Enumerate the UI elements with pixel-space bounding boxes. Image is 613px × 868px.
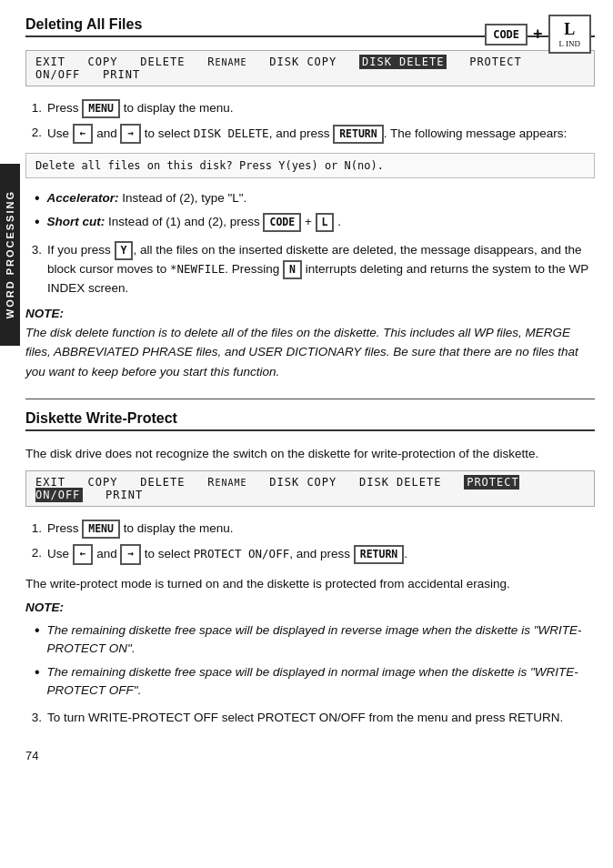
menu-key-badge: MENU [82, 99, 120, 118]
left-arrow-key: ← [73, 124, 94, 145]
right-arrow-key: → [120, 124, 141, 145]
menu-key-badge-2: MENU [82, 520, 120, 539]
l-key: L L IND [548, 15, 591, 54]
menu2-rename: RENAME [207, 476, 246, 489]
menu2-copy: COPY [88, 476, 118, 489]
menu2-print: PRINT [106, 489, 143, 501]
menu-exit: EXIT [35, 56, 65, 68]
menu-print: PRINT [103, 68, 140, 81]
menubar-1: EXIT COPY DELETE RENAME DISK COPY DISK D… [25, 50, 595, 86]
menu-copy: COPY [88, 56, 118, 68]
disk-delete-mono: DISK DELETE [194, 126, 269, 140]
bullet-accelerator: Accelerator: Instead of (2), type "L". [35, 189, 595, 207]
step-1-1: 1. Press MENU to display the menu. [25, 99, 595, 118]
main-content: Deleting All Files EXIT COPY DELETE RENA… [25, 0, 595, 762]
menu-disk-copy: DISK COPY [269, 56, 337, 68]
step-1-3: 3. If you press Y, all the files on the … [25, 241, 595, 298]
step3-list: 3. If you press Y, all the files on the … [25, 241, 595, 298]
sidebar-tab: WORD PROCESSING [0, 164, 20, 346]
prompt-box-1: Delete all files on this disk? Press Y(y… [25, 153, 595, 178]
menu2-exit: EXIT [35, 476, 65, 489]
menu2-delete: DELETE [140, 476, 185, 489]
menu-delete: DELETE [140, 56, 185, 68]
step-1-2: 2. Use ← and → to select DISK DELETE, an… [25, 124, 595, 145]
right-arrow-key-2: → [120, 544, 141, 565]
step3-list-2: 3. To turn WRITE-PROTECT OFF select PROT… [25, 709, 595, 727]
note-title-2: NOTE: [25, 601, 595, 614]
note-section-2: NOTE: The remaining diskette free space … [25, 601, 595, 700]
page-number: 74 [25, 749, 595, 762]
after-steps-text: The write-protect mode is turned on and … [25, 574, 595, 594]
protect-mono: PROTECT ON/OFF [194, 547, 289, 560]
sidebar-label: WORD PROCESSING [5, 190, 15, 318]
step-2-3: 3. To turn WRITE-PROTECT OFF select PROT… [25, 709, 595, 727]
note-title-1: NOTE: [25, 307, 595, 320]
y-key-badge: Y [115, 241, 134, 260]
key-combo-area: CODE + L L IND [485, 15, 591, 54]
n-key-badge: N [283, 260, 302, 279]
step3-text: To turn WRITE-PROTECT OFF select PROTECT… [47, 709, 563, 727]
menu-rename: RENAME [207, 56, 246, 68]
menu2-disk-copy: DISK COPY [269, 476, 337, 489]
l-key-badge-inline: L [316, 213, 335, 232]
return-key-badge: RETURN [333, 125, 384, 144]
section-divider [25, 399, 595, 399]
section2-title: Diskette Write-Protect [25, 410, 595, 431]
note-bullet-2-1: The remaining diskette free space will b… [35, 621, 595, 659]
note-section-1: NOTE: The disk delete function is to del… [25, 307, 595, 382]
steps-list-1: 1. Press MENU to display the menu. 2. Us… [25, 99, 595, 144]
code-key: CODE [485, 24, 528, 45]
plus-sign: + [533, 25, 543, 44]
step-2-1: 1. Press MENU to display the menu. [25, 520, 595, 539]
left-arrow-key-2: ← [73, 544, 94, 565]
bullet-list-1: Accelerator: Instead of (2), type "L". S… [35, 189, 595, 231]
menubar-2: EXIT COPY DELETE RENAME DISK COPY DISK D… [25, 470, 595, 507]
menu2-disk-delete: DISK DELETE [359, 476, 441, 489]
bullet-shortcut: Short cut: Instead of (1) and (2), press… [35, 213, 595, 232]
note-bullet-2-2: The remaining diskette free space will b… [35, 663, 595, 701]
step-2-2: 2. Use ← and → to select PROTECT ON/OFF,… [25, 544, 595, 565]
section-delete-all-files: Deleting All Files EXIT COPY DELETE RENA… [25, 16, 595, 382]
note-bullet-list-2: The remaining diskette free space will b… [35, 621, 595, 700]
code-key-badge-inline: CODE [263, 213, 301, 232]
steps-list-2: 1. Press MENU to display the menu. 2. Us… [25, 520, 595, 564]
menu-disk-delete-highlighted: DISK DELETE [359, 55, 447, 69]
section-write-protect: Diskette Write-Protect The disk drive do… [25, 410, 595, 728]
note-body-1: The disk delete function is to delete al… [25, 323, 595, 382]
return-key-badge-2: RETURN [354, 545, 405, 564]
section2-intro: The disk drive does not recognize the sw… [25, 444, 595, 464]
